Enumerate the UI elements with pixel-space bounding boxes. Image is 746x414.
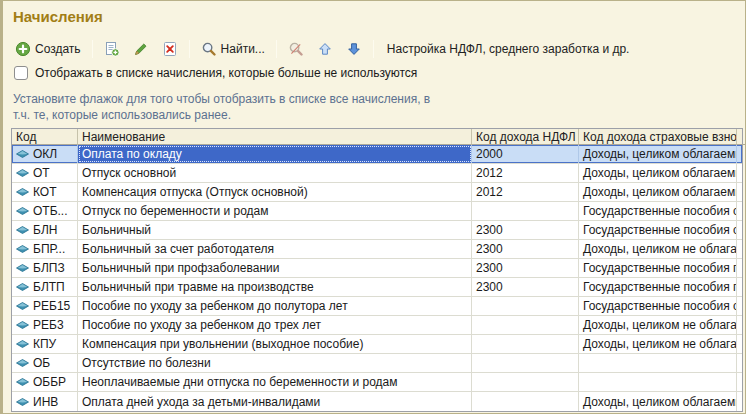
row-code-cell: КОТ	[12, 183, 78, 201]
table-row[interactable]: БПР... Больничный за счет работодателя 2…	[12, 240, 742, 259]
toolbar-separator	[373, 40, 374, 58]
row-code-cell: ОТБ...	[12, 202, 78, 220]
row-insurance-code: Доходы, целиком облагаемы...	[579, 164, 737, 182]
accruals-table: Код Наименование Код дохода НДФЛ Код дох…	[11, 128, 743, 412]
row-ndfl-code	[472, 354, 579, 372]
row-insurance-code: Государственные пособия по...	[579, 278, 737, 296]
catalog-item-icon	[16, 283, 29, 291]
row-insurance-code	[579, 373, 737, 391]
table-row[interactable]: РЕБ15 Пособие по уходу за ребенком до по…	[12, 297, 742, 316]
row-ndfl-code: 2300	[472, 278, 579, 296]
move-up-icon	[317, 41, 333, 57]
row-code-cell: БЛТП	[12, 278, 78, 296]
row-extra-cell	[737, 316, 745, 334]
clear-find-button[interactable]	[284, 38, 308, 60]
row-name: Больничный при профзаболевании	[78, 259, 472, 277]
row-code: КПУ	[33, 337, 56, 351]
hint-line-1: Установите флажок для того чтобы отобраз…	[13, 91, 430, 107]
table-row[interactable]: КОТ Компенсация отпуска (Отпуск основной…	[12, 183, 742, 202]
row-name: Больничный при травме на производстве	[78, 278, 472, 296]
row-insurance-code: Государственные пособия об...	[579, 221, 737, 239]
clear-find-icon	[288, 41, 304, 57]
table-row[interactable]: РЕБ3 Пособие по уходу за ребенком до тре…	[12, 316, 742, 335]
row-code: БЛТП	[33, 280, 65, 294]
row-extra-cell	[737, 183, 745, 201]
row-insurance-code: Государственные пособия об...	[579, 297, 737, 315]
edit-icon	[133, 41, 149, 57]
table-row[interactable]: ИНВ Оплата дней ухода за детьми-инвалида…	[12, 392, 742, 411]
row-code: ОБ	[33, 356, 50, 370]
show-unused-checkbox-label: Отображать в списке начисления, которые …	[35, 66, 417, 80]
find-icon	[201, 41, 217, 57]
catalog-item-icon	[16, 264, 29, 272]
row-code-cell: ОКЛ	[12, 145, 78, 163]
table-row[interactable]: ОТБ... Отпуск по беременности и родам Го…	[12, 202, 742, 221]
row-code-cell: ИНВ	[12, 392, 78, 411]
table-row[interactable]: ОКЛ Оплата по окладу 2000 Доходы, целико…	[12, 145, 742, 164]
row-name: Неоплачиваемые дни отпуска по беременнос…	[78, 373, 472, 391]
catalog-item-icon	[16, 169, 29, 177]
catalog-item-icon	[16, 398, 29, 406]
row-extra-cell	[737, 373, 745, 391]
row-code: РЕБ3	[33, 318, 64, 332]
page-title: Начисления	[13, 8, 103, 25]
table-row[interactable]: БЛТП Больничный при травме на производст…	[12, 278, 742, 297]
row-ndfl-code	[472, 316, 579, 334]
table-row[interactable]: БЛПЗ Больничный при профзаболевании 2300…	[12, 259, 742, 278]
row-extra-cell	[737, 164, 745, 182]
hint-text: Установите флажок для того чтобы отобраз…	[13, 91, 430, 123]
delete-button[interactable]	[158, 38, 182, 60]
row-extra-cell	[737, 297, 745, 315]
row-insurance-code: Государственные пособия по...	[579, 259, 737, 277]
row-insurance-code: Государственные пособия об...	[579, 202, 737, 220]
table-row[interactable]: КПУ Компенсация при увольнении (выходное…	[12, 335, 742, 354]
row-ndfl-code	[472, 335, 579, 353]
table-row[interactable]: ОББР Неоплачиваемые дни отпуска по берем…	[12, 373, 742, 392]
row-code: ОТ	[33, 166, 50, 180]
toolbar: Создать Найти...	[11, 37, 739, 61]
catalog-item-icon	[16, 188, 29, 196]
row-code-cell: ОТ	[12, 164, 78, 182]
edit-button[interactable]	[129, 38, 153, 60]
find-button-label: Найти...	[221, 42, 265, 56]
delete-icon	[162, 41, 178, 57]
column-header-code[interactable]: Код	[12, 129, 78, 145]
row-name: Больничный	[78, 221, 472, 239]
row-ndfl-code: 2300	[472, 240, 579, 258]
move-down-button[interactable]	[342, 38, 366, 60]
row-insurance-code: Доходы, целиком облагаемы...	[579, 392, 737, 411]
row-insurance-code	[579, 354, 737, 372]
row-code: ОТБ...	[33, 204, 68, 218]
row-name: Оплата по окладу	[78, 145, 472, 163]
row-ndfl-code	[472, 297, 579, 315]
show-unused-checkbox-row: Отображать в списке начисления, которые …	[14, 66, 417, 80]
row-code-cell: БЛПЗ	[12, 259, 78, 277]
catalog-item-icon	[16, 359, 29, 367]
table-row[interactable]: ОБ Отсутствие по болезни	[12, 354, 742, 373]
row-insurance-code: Доходы, целиком облагаемы...	[579, 145, 737, 163]
row-ndfl-code	[472, 392, 579, 411]
row-name: Компенсация при увольнении (выходное пос…	[78, 335, 472, 353]
ndfl-settings-button[interactable]: Настройка НДФЛ, среднего заработка и др.	[381, 38, 636, 60]
create-button[interactable]: Создать	[11, 38, 85, 60]
move-up-button[interactable]	[313, 38, 337, 60]
row-code: ОКЛ	[33, 147, 57, 161]
row-name: Отпуск основной	[78, 164, 472, 182]
row-extra-cell	[737, 354, 745, 372]
column-header-ndfl[interactable]: Код дохода НДФЛ	[472, 129, 579, 145]
row-code: БПР...	[33, 242, 65, 256]
row-ndfl-code	[472, 373, 579, 391]
copy-button[interactable]	[100, 38, 124, 60]
column-header-name[interactable]: Наименование	[78, 129, 472, 145]
row-ndfl-code: 2300	[472, 221, 579, 239]
find-button[interactable]: Найти...	[197, 38, 269, 60]
row-ndfl-code: 2000	[472, 145, 579, 163]
column-header-insurance[interactable]: Код дохода страховые взносы	[579, 129, 737, 145]
row-code: БЛН	[33, 223, 57, 237]
row-ndfl-code: 2012	[472, 164, 579, 182]
row-name: Пособие по уходу за ребенком до полутора…	[78, 297, 472, 315]
table-row[interactable]: ОТ Отпуск основной 2012 Доходы, целиком …	[12, 164, 742, 183]
toolbar-separator	[276, 40, 277, 58]
show-unused-checkbox[interactable]	[14, 66, 28, 80]
table-row[interactable]: БЛН Больничный 2300 Государственные посо…	[12, 221, 742, 240]
